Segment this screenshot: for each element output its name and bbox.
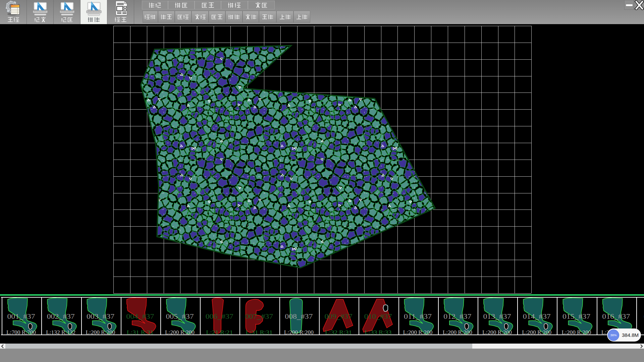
svg-text:014_#37: 014_#37: [523, 312, 551, 320]
svg-text:006_#37: 006_#37: [206, 312, 233, 320]
svg-text:001_#37: 001_#37: [7, 312, 35, 320]
svg-text:013_#37: 013_#37: [483, 312, 511, 320]
svg-text:004_#37: 004_#37: [126, 312, 154, 320]
svg-text:L:200 R:200: L:200 R:200: [86, 329, 115, 335]
svg-text:010_#37: 010_#37: [364, 312, 392, 320]
svg-text:L:200 R:200: L:200 R:200: [562, 329, 591, 335]
svg-text:L:200 R:200: L:200 R:200: [403, 329, 433, 335]
svg-text:003_#37: 003_#37: [87, 312, 114, 320]
svg-text:L:200 R:200: L:200 R:200: [482, 329, 512, 335]
svg-text:L:200 R:200: L:200 R:200: [284, 329, 314, 335]
svg-text:008_#37: 008_#37: [285, 312, 313, 320]
svg-text:005_#37: 005_#37: [166, 312, 194, 320]
svg-text:L:200 R:200: L:200 R:200: [443, 329, 472, 335]
svg-text:009_#37: 009_#37: [325, 312, 353, 320]
svg-text:011_#37: 011_#37: [404, 312, 432, 320]
svg-text:L:132 R:132: L:132 R:132: [46, 329, 75, 335]
svg-text:L:32 R:31: L:32 R:31: [325, 329, 352, 335]
svg-text:L:700 R:700: L:700 R:700: [6, 329, 36, 335]
svg-text:002_#37: 002_#37: [47, 312, 75, 320]
svg-text:L:33 R:33: L:33 R:33: [365, 329, 391, 335]
svg-text:L:31 R:31: L:31 R:31: [246, 329, 273, 335]
svg-text:007_#37: 007_#37: [245, 312, 273, 320]
svg-text:L:200 R:200: L:200 R:200: [522, 329, 551, 335]
svg-text:L:31 R:31: L:31 R:31: [127, 329, 154, 335]
svg-text:016_#37: 016_#37: [602, 312, 630, 320]
svg-text:L:200 R:200: L:200 R:200: [165, 329, 195, 335]
svg-text:L:21 R:21: L:21 R:21: [206, 329, 233, 335]
svg-text:012_#37: 012_#37: [443, 312, 471, 320]
svg-text:015_#37: 015_#37: [562, 312, 590, 320]
